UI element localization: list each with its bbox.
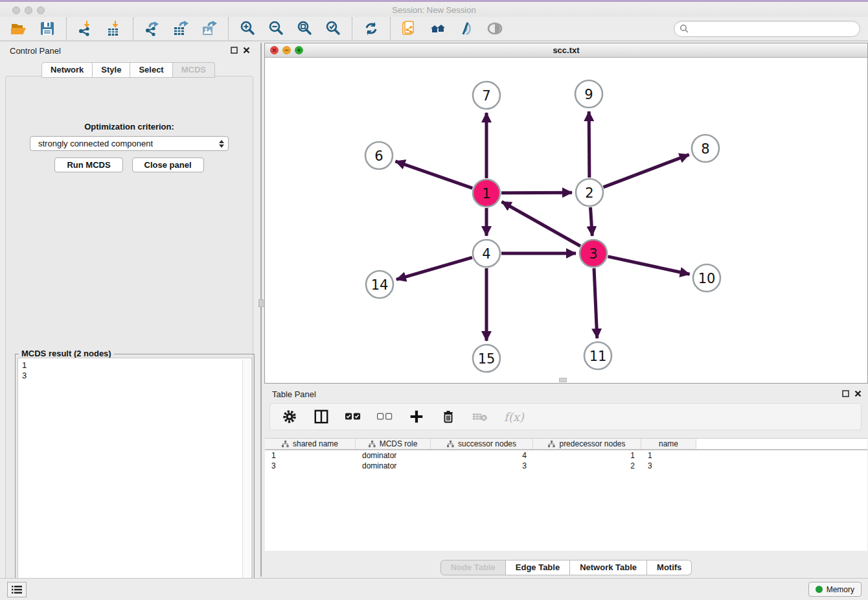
float-panel-icon[interactable] [231, 47, 238, 54]
main-toolbar [0, 17, 868, 41]
edge-3-11[interactable] [594, 268, 597, 338]
table-cell[interactable]: 3 [431, 461, 533, 471]
search-input[interactable] [692, 24, 854, 34]
add-row-icon[interactable] [409, 409, 424, 424]
column-browser-icon[interactable] [314, 409, 329, 424]
open-file-icon[interactable] [10, 19, 28, 38]
export-image-icon[interactable] [200, 19, 218, 38]
export-network-icon[interactable] [143, 19, 161, 38]
column-header-successor-nodes[interactable]: successor nodes [431, 439, 533, 449]
table-toolbar: f(x) [269, 403, 862, 430]
mcds-result-area[interactable]: 13 [17, 358, 252, 596]
edge-3-1[interactable] [502, 202, 580, 246]
memory-status-icon [816, 586, 823, 593]
node-label-1: 1 [482, 186, 490, 202]
ndex-import-icon[interactable] [400, 19, 418, 38]
cyndex-browser-icon[interactable] [457, 19, 475, 38]
import-table-icon[interactable] [105, 19, 123, 38]
result-scrollbar[interactable] [242, 359, 251, 595]
table-cell[interactable]: 3 [641, 461, 696, 471]
table-cell[interactable]: 1 [641, 450, 696, 461]
close-panel-icon[interactable] [243, 47, 250, 54]
graphics-details-eye-icon[interactable] [486, 19, 504, 38]
import-network-icon[interactable] [76, 19, 95, 38]
table-cell[interactable]: 2 [533, 461, 641, 471]
edge-4-14[interactable] [396, 257, 472, 279]
column-header-predecessor-nodes[interactable]: predecessor nodes [533, 439, 641, 449]
welcome-screen-icon[interactable] [429, 19, 447, 38]
node-label-7: 7 [482, 88, 490, 104]
node-table: shared nameMCDS rolesuccessor nodesprede… [265, 438, 867, 551]
zoom-fit-icon[interactable] [295, 19, 314, 38]
tab-select[interactable]: Select [130, 62, 172, 78]
control-panel-tabs: NetworkStyleSelectMCDS [0, 62, 257, 78]
result-line: 1 [22, 360, 247, 371]
tab-node-table[interactable]: Node Table [440, 560, 506, 575]
tab-mcds[interactable]: MCDS [173, 62, 215, 78]
delete-table-icon[interactable] [472, 409, 488, 424]
control-panel: Control Panel NetworkStyleSelectMCDS Opt… [0, 43, 257, 577]
memory-label: Memory [827, 585, 854, 594]
edge-1-2[interactable] [501, 192, 572, 193]
edge-2-9[interactable] [589, 111, 589, 178]
column-settings-gear-icon[interactable] [282, 409, 297, 424]
attribute-type-icon [447, 441, 454, 448]
tab-network-table[interactable]: Network Table [570, 560, 647, 575]
attribute-type-icon [369, 441, 376, 448]
refresh-view-icon[interactable] [362, 19, 380, 38]
tab-motifs[interactable]: Motifs [647, 560, 692, 575]
float-table-panel-icon[interactable] [842, 390, 849, 397]
close-table-panel-icon[interactable] [854, 390, 862, 397]
memory-button[interactable]: Memory [808, 582, 862, 597]
close-panel-button[interactable]: Close panel [132, 157, 204, 172]
table-row[interactable]: 3dominator323 [265, 461, 867, 471]
dropdown-stepper-icon [219, 140, 224, 148]
edge-2-8[interactable] [604, 155, 689, 187]
table-cell[interactable]: 3 [265, 461, 356, 471]
mcds-result-lines: 13 [18, 358, 251, 383]
export-table-icon[interactable] [172, 19, 190, 38]
zoom-selected-icon[interactable] [324, 19, 342, 38]
criterion-dropdown-value: strongly connected component [38, 139, 153, 148]
vertical-splitter[interactable] [260, 43, 262, 577]
edge-3-10[interactable] [608, 257, 689, 274]
tab-network[interactable]: Network [41, 62, 93, 78]
zoom-in-icon[interactable] [238, 19, 257, 38]
delete-row-trash-icon[interactable] [440, 409, 456, 424]
column-header-name[interactable]: name [641, 439, 696, 449]
network-title: scc.txt [265, 45, 867, 55]
task-history-button[interactable] [7, 582, 27, 597]
table-header-row: shared nameMCDS rolesuccessor nodesprede… [265, 438, 867, 450]
criterion-dropdown[interactable]: strongly connected component [30, 136, 229, 151]
result-line: 3 [22, 371, 247, 381]
column-header-shared-name[interactable]: shared name [265, 439, 356, 449]
edge-1-6[interactable] [395, 161, 472, 189]
table-cell[interactable]: 1 [533, 450, 641, 461]
edge-2-3[interactable] [590, 207, 592, 236]
mcds-result-title: MCDS result (2 nodes) [19, 349, 114, 358]
table-row[interactable]: 1dominator411 [265, 450, 867, 461]
node-label-10: 10 [698, 271, 716, 286]
zoom-out-icon[interactable] [267, 19, 285, 38]
splitter-grip[interactable] [258, 299, 264, 307]
function-builder-icon[interactable]: f(x) [504, 410, 524, 424]
search-box[interactable] [674, 21, 860, 37]
table-cell[interactable]: 4 [431, 450, 533, 461]
network-graph: 7968124314101511 [265, 58, 867, 384]
network-canvas[interactable]: 7968124314101511 [265, 58, 867, 383]
table-cell[interactable]: dominator [356, 450, 431, 461]
attribute-type-icon [548, 441, 555, 448]
table-cell[interactable]: 1 [265, 450, 356, 461]
tab-edge-table[interactable]: Edge Table [506, 560, 570, 575]
save-session-icon[interactable] [38, 19, 56, 38]
tab-style[interactable]: Style [93, 62, 130, 78]
mcds-panel: Optimization criterion: strongly connect… [5, 76, 253, 600]
select-all-icon[interactable] [345, 409, 361, 424]
table-cell[interactable]: dominator [356, 461, 431, 471]
column-header-MCDS-role[interactable]: MCDS role [356, 439, 431, 449]
network-resize-grip[interactable] [559, 378, 567, 382]
deselect-all-icon[interactable] [377, 409, 393, 424]
run-mcds-button[interactable]: Run MCDS [54, 157, 122, 172]
node-label-2: 2 [585, 185, 593, 201]
network-window-titlebar[interactable]: scc.txt [265, 43, 867, 58]
